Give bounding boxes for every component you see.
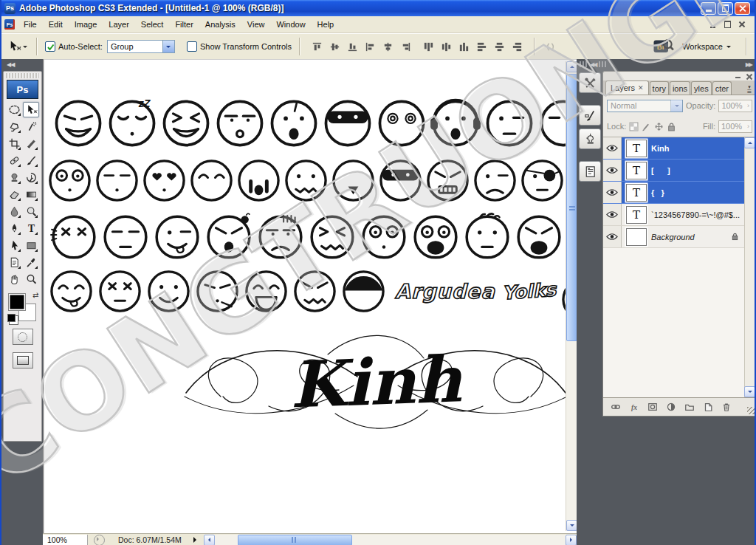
- version-cue-status-icon[interactable]: [94, 535, 105, 545]
- doc-close-button[interactable]: [736, 19, 748, 30]
- layer-row[interactable]: T[ ]: [603, 160, 745, 182]
- distribute-top-edges-icon[interactable]: [421, 39, 436, 55]
- path-selection-tool[interactable]: [6, 238, 22, 253]
- canvas-horizontal-scrollbar[interactable]: [204, 535, 577, 545]
- crop-tool[interactable]: [6, 136, 22, 151]
- visibility-toggle[interactable]: [603, 204, 622, 225]
- scroll-right-button[interactable]: [566, 535, 577, 545]
- move-tool[interactable]: [23, 102, 39, 117]
- scroll-up-button[interactable]: [744, 137, 755, 148]
- text-layer-thumbnail[interactable]: T: [626, 162, 647, 179]
- scrollbar-thumb[interactable]: [238, 535, 352, 545]
- layer-row[interactable]: Background: [603, 226, 745, 248]
- dock-grip[interactable]: [599, 61, 606, 67]
- layer-row[interactable]: TKinh: [603, 137, 745, 160]
- layers-scrollbar[interactable]: [744, 137, 756, 397]
- fill-field[interactable]: 100%›: [718, 120, 752, 133]
- align-right-edges-icon[interactable]: [398, 39, 413, 55]
- panel-minimize-icon[interactable]: [735, 73, 741, 80]
- canvas-surface[interactable]: zZ ArgudeaYolks Kinh: [43, 59, 577, 533]
- gradient-tool[interactable]: [23, 187, 39, 202]
- visibility-toggle[interactable]: [603, 226, 622, 247]
- zoom-level-field[interactable]: 100%: [43, 535, 88, 545]
- panel-close-icon[interactable]: [746, 73, 752, 80]
- distribute-right-edges-icon[interactable]: [509, 39, 525, 55]
- info-panel-button[interactable]: [579, 161, 601, 182]
- status-menu-arrow-icon[interactable]: [193, 537, 199, 543]
- text-layer-thumbnail[interactable]: T: [626, 140, 647, 157]
- menu-item-view[interactable]: View: [241, 18, 271, 31]
- menu-item-select[interactable]: Select: [135, 18, 170, 31]
- menu-item-help[interactable]: Help: [312, 18, 340, 31]
- distribute-left-edges-icon[interactable]: [474, 39, 489, 55]
- layer-row[interactable]: T{ }: [603, 182, 745, 204]
- brush-tool[interactable]: [23, 153, 39, 168]
- lock-transparency-icon[interactable]: [629, 122, 639, 131]
- new-group-button[interactable]: [683, 402, 695, 413]
- tab-yles[interactable]: yles: [691, 81, 712, 95]
- clone-source-panel-button[interactable]: [579, 128, 601, 149]
- eyedropper-tool[interactable]: [23, 255, 39, 270]
- history-brush-tool[interactable]: [23, 170, 39, 185]
- text-layer-thumbnail[interactable]: T: [626, 206, 647, 224]
- eraser-tool[interactable]: [6, 187, 22, 202]
- opacity-field[interactable]: 100%›: [718, 100, 752, 112]
- go-to-bridge-button[interactable]: Br: [653, 38, 675, 55]
- show-transform-checkbox[interactable]: Show Transform Controls: [187, 41, 292, 52]
- blend-mode-dropdown[interactable]: Normal: [607, 100, 683, 112]
- tab-close-icon[interactable]: ✕: [638, 84, 644, 92]
- align-bottom-edges-icon[interactable]: [345, 39, 360, 55]
- slice-tool[interactable]: [23, 136, 39, 151]
- tab-cter[interactable]: cter: [712, 81, 732, 95]
- align-left-edges-icon[interactable]: [362, 39, 378, 55]
- delete-layer-button[interactable]: [720, 402, 732, 413]
- blur-tool[interactable]: [6, 204, 22, 219]
- adjustment-layer-button[interactable]: [664, 402, 677, 413]
- menu-item-window[interactable]: Window: [270, 18, 311, 31]
- photoshop-logo[interactable]: Ps: [7, 80, 38, 99]
- collapse-panels-icon[interactable]: ◀◀: [590, 61, 596, 68]
- current-tool-preset[interactable]: [6, 38, 29, 56]
- tab-tory[interactable]: tory: [650, 81, 669, 95]
- align-top-edges-icon[interactable]: [309, 39, 325, 55]
- align-horizontal-centers-icon[interactable]: [380, 39, 396, 55]
- menu-item-filter[interactable]: Filter: [169, 18, 199, 31]
- pen-tool[interactable]: [6, 221, 22, 236]
- window-close-button[interactable]: [735, 2, 750, 15]
- scrollbar-thumb[interactable]: [566, 74, 577, 341]
- swap-colors-icon[interactable]: ⇄: [32, 291, 38, 299]
- lock-all-icon[interactable]: [667, 122, 676, 131]
- menu-item-file[interactable]: File: [18, 18, 43, 31]
- quick-mask-button[interactable]: [13, 329, 33, 345]
- tool-presets-panel-button[interactable]: [579, 72, 601, 93]
- distribute-horizontal-centers-icon[interactable]: [492, 39, 507, 55]
- foreground-color-swatch[interactable]: [8, 293, 26, 311]
- panel-resize-grip[interactable]: [747, 407, 755, 414]
- type-tool[interactable]: T: [23, 221, 39, 236]
- scroll-up-button[interactable]: [566, 61, 577, 72]
- scroll-down-button[interactable]: [744, 386, 755, 397]
- visibility-toggle[interactable]: [603, 182, 622, 203]
- scroll-left-button[interactable]: [204, 535, 215, 545]
- clone-stamp-tool[interactable]: [6, 170, 22, 185]
- dodge-tool[interactable]: [23, 204, 39, 219]
- magic-wand-tool[interactable]: [23, 119, 39, 134]
- menu-item-analysis[interactable]: Analysis: [199, 18, 241, 31]
- notes-tool[interactable]: [6, 255, 22, 270]
- tab-ions[interactable]: ions: [670, 81, 690, 95]
- menu-item-edit[interactable]: Edit: [43, 18, 69, 31]
- elliptical-marquee-tool[interactable]: [6, 102, 22, 117]
- distribute-vertical-centers-icon[interactable]: [439, 39, 454, 55]
- document-size-info[interactable]: Doc: 6.07M/1.54M: [111, 535, 189, 544]
- brushes-panel-button[interactable]: [579, 105, 601, 126]
- healing-brush-tool[interactable]: [6, 153, 22, 168]
- scroll-down-button[interactable]: [566, 520, 577, 531]
- window-restore-button[interactable]: [718, 2, 733, 15]
- expand-dock-icon[interactable]: ▶▶: [746, 61, 752, 68]
- window-minimize-button[interactable]: [701, 2, 716, 15]
- layer-style-button[interactable]: fx: [628, 402, 640, 413]
- layer-row[interactable]: T`1234567890-=\~!@#$...: [603, 204, 745, 226]
- zoom-tool[interactable]: [23, 272, 39, 287]
- new-layer-button[interactable]: [701, 402, 714, 413]
- panel-menu-icon[interactable]: ▾☰: [744, 85, 755, 94]
